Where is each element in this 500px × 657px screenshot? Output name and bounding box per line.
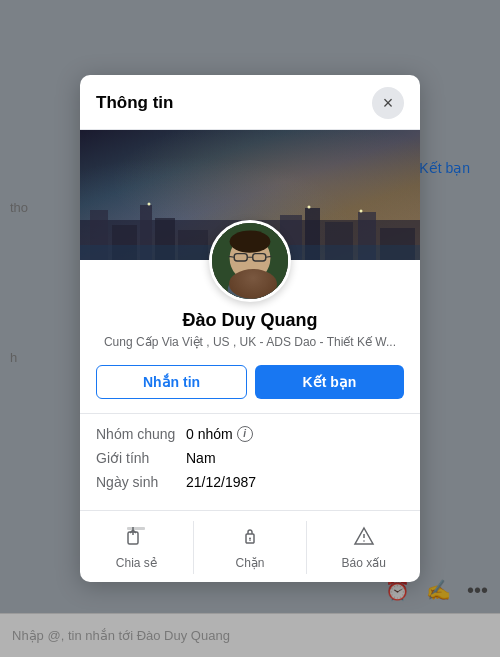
user-details: Nhóm chung 0 nhóm i Giới tính Nam Ngày s…: [80, 413, 420, 510]
share-label: Chia sẻ: [116, 556, 157, 570]
groups-value: 0 nhóm: [186, 426, 233, 442]
avatar-area: [80, 220, 420, 302]
user-subtitle: Cung Cấp Via Việt , US , UK - ADS Dao - …: [96, 335, 404, 349]
svg-point-13: [308, 206, 311, 209]
toolbar-block[interactable]: Chặn: [194, 521, 308, 574]
report-label: Báo xấu: [342, 556, 386, 570]
avatar-svg: [212, 223, 288, 299]
avatar: [209, 220, 291, 302]
block-label: Chặn: [236, 556, 265, 570]
user-name: Đào Duy Quang: [96, 310, 404, 331]
profile-modal: Thông tin ×: [80, 75, 420, 582]
modal-overlay: Thông tin ×: [0, 0, 500, 657]
report-icon: [353, 525, 375, 552]
gender-value: Nam: [186, 450, 216, 466]
svg-point-23: [228, 275, 272, 299]
detail-gender: Giới tính Nam: [96, 450, 404, 466]
svg-point-30: [249, 538, 251, 540]
toolbar-report[interactable]: Báo xấu: [307, 521, 420, 574]
modal-close-button[interactable]: ×: [372, 87, 404, 119]
detail-birthday: Ngày sinh 21/12/1987: [96, 474, 404, 490]
svg-point-33: [363, 540, 365, 542]
share-icon: [125, 525, 147, 552]
svg-point-17: [230, 230, 271, 252]
modal-toolbar: Chia sẻ Chặn: [80, 510, 420, 582]
svg-point-14: [360, 210, 363, 213]
groups-label: Nhóm chung: [96, 426, 186, 442]
add-friend-button[interactable]: Kết bạn: [255, 365, 404, 399]
info-icon[interactable]: i: [237, 426, 253, 442]
message-button[interactable]: Nhắn tin: [96, 365, 247, 399]
svg-rect-25: [127, 527, 145, 530]
gender-label: Giới tính: [96, 450, 186, 466]
svg-point-12: [148, 203, 151, 206]
birthday-label: Ngày sinh: [96, 474, 186, 490]
modal-header: Thông tin ×: [80, 75, 420, 130]
avatar-image: [212, 223, 288, 299]
toolbar-share[interactable]: Chia sẻ: [80, 521, 194, 574]
detail-groups: Nhóm chung 0 nhóm i: [96, 426, 404, 442]
user-info: Đào Duy Quang Cung Cấp Via Việt , US , U…: [80, 302, 420, 365]
block-icon: [239, 525, 261, 552]
modal-title: Thông tin: [96, 93, 173, 113]
birthday-value: 21/12/1987: [186, 474, 256, 490]
action-buttons: Nhắn tin Kết bạn: [80, 365, 420, 413]
